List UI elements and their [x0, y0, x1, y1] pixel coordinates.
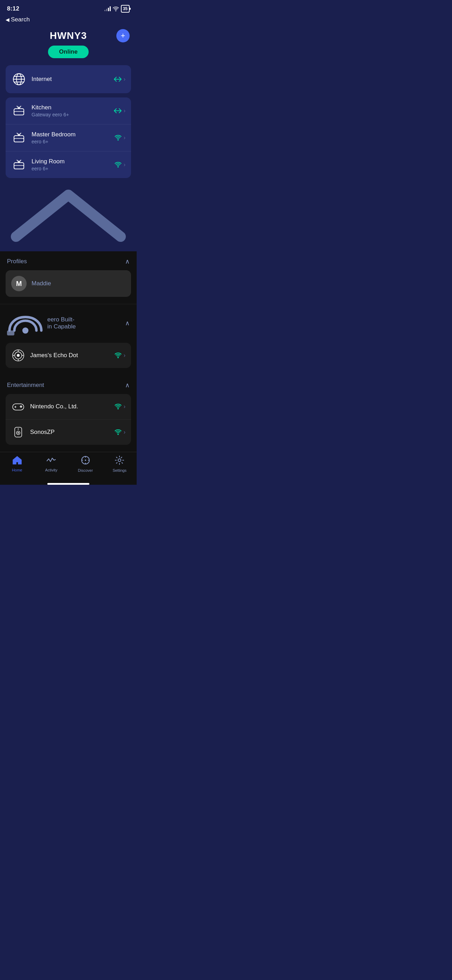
router-icon-kitchen	[11, 103, 27, 118]
discover-icon	[81, 456, 90, 467]
battery-level: 35	[123, 6, 127, 11]
home-indicator	[47, 483, 89, 485]
status-bar: 8:12 35	[0, 0, 137, 15]
master-bedroom-name: Master Bedroom	[32, 131, 76, 138]
settings-icon	[115, 456, 124, 467]
master-bedroom-left: Master Bedroom eero 6+	[11, 130, 76, 145]
tab-settings[interactable]: Settings	[103, 456, 137, 473]
svg-point-24	[17, 354, 20, 357]
echo-dot-right: ›	[115, 352, 126, 359]
add-icon: +	[121, 31, 126, 40]
collapse-indicator[interactable]	[6, 182, 131, 251]
dark-section: Profiles ∧ M Maddie eero Built-in Capabl…	[0, 251, 137, 485]
chevron-icon: ›	[124, 352, 126, 359]
svg-point-34	[21, 405, 22, 406]
profiles-section-header[interactable]: Profiles ∧	[0, 251, 137, 270]
kitchen-right: ›	[114, 108, 126, 114]
svg-point-35	[21, 407, 22, 407]
discover-tab-label: Discover	[78, 468, 93, 473]
settings-tab-label: Settings	[113, 468, 126, 473]
svg-point-42	[118, 459, 121, 461]
svg-rect-15	[14, 162, 24, 169]
kitchen-name: Kitchen	[32, 104, 69, 111]
internet-card-left: Internet	[11, 72, 52, 87]
sonos-left: SonosZP	[11, 425, 55, 439]
svg-point-41	[85, 460, 86, 461]
kitchen-left: Kitchen Gateway eero 6+	[11, 103, 69, 118]
echo-dot-name: James's Echo Dot	[30, 352, 78, 359]
status-time: 8:12	[7, 5, 19, 12]
header-section: HWNY3 +	[0, 27, 137, 44]
kitchen-subtitle: Gateway eero 6+	[32, 112, 69, 118]
entertainment-chevron-icon: ∧	[125, 381, 130, 389]
master-bedroom-subtitle: eero 6+	[32, 139, 76, 145]
tab-bar: Home Activity Discover	[0, 452, 137, 481]
nintendo-left: Nintendo Co., Ltd.	[11, 399, 78, 414]
signal-bars-icon	[104, 6, 111, 11]
living-room-right: ›	[115, 162, 126, 168]
wifi-icon-echo	[115, 353, 122, 358]
profiles-title: Profiles	[7, 258, 27, 265]
tab-discover[interactable]: Discover	[68, 456, 103, 473]
sonos-row[interactable]: SonosZP ›	[6, 420, 131, 445]
activity-tab-label: Activity	[45, 468, 57, 472]
svg-rect-16	[14, 165, 24, 169]
living-room-row[interactable]: Living Room eero 6+ ›	[6, 151, 131, 178]
home-tab-label: Home	[12, 468, 22, 472]
wifi-icon-nintendo	[115, 404, 122, 409]
back-arrow-icon: ◀	[6, 17, 10, 22]
chevron-icon: ›	[124, 108, 126, 114]
back-search-button[interactable]: ◀ Search	[0, 15, 137, 27]
master-bedroom-row[interactable]: Master Bedroom eero 6+ ›	[6, 124, 131, 151]
eero-routers-card: Kitchen Gateway eero 6+ ›	[6, 97, 131, 178]
nintendo-row[interactable]: Nintendo Co., Ltd. ›	[6, 394, 131, 420]
svg-rect-10	[14, 136, 24, 142]
battery-indicator: 35	[121, 5, 130, 13]
chevron-icon: ›	[124, 429, 126, 435]
entertainment-device-card: Nintendo Co., Ltd. ›	[6, 394, 131, 445]
svg-rect-6	[14, 111, 24, 115]
router-icon-living	[11, 157, 27, 172]
eero-builtin-icon	[7, 309, 44, 338]
svg-point-38	[18, 432, 19, 434]
svg-rect-5	[14, 109, 24, 115]
svg-rect-21	[7, 331, 14, 336]
wifi-icon-living	[115, 162, 122, 167]
living-room-subtitle: eero 6+	[32, 166, 65, 172]
chevron-right-icon: ›	[124, 76, 126, 83]
eero-builtin-section-header[interactable]: eero Built-in Capable ∧	[0, 304, 137, 343]
nintendo-right: ›	[115, 403, 126, 410]
network-title: HWNY3	[50, 30, 87, 41]
svg-rect-29	[13, 404, 24, 410]
router-icon-master	[11, 130, 27, 145]
tab-activity[interactable]: Activity	[34, 456, 69, 472]
internet-card-right: ›	[114, 76, 126, 83]
kitchen-row[interactable]: Kitchen Gateway eero 6+ ›	[6, 97, 131, 124]
add-button[interactable]: +	[116, 29, 130, 42]
echo-dot-left: James's Echo Dot	[11, 348, 78, 363]
cards-section: Internet ›	[0, 65, 137, 251]
chevron-icon: ›	[124, 162, 126, 168]
nintendo-name: Nintendo Co., Ltd.	[30, 403, 78, 410]
echo-dot-icon	[11, 348, 25, 363]
maddie-name: Maddie	[32, 280, 51, 287]
status-badge: Online	[0, 46, 137, 58]
internet-card[interactable]: Internet ›	[6, 65, 131, 93]
echo-dot-row[interactable]: James's Echo Dot ›	[6, 343, 131, 368]
svg-point-25	[18, 350, 19, 351]
eero-builtin-chevron-icon: ∧	[125, 319, 130, 327]
eero-builtin-title: eero Built-in Capable	[47, 316, 77, 330]
svg-point-27	[13, 355, 14, 356]
wifi-icon-master	[115, 135, 122, 140]
home-icon	[13, 456, 22, 466]
entertainment-section-header[interactable]: Entertainment ∧	[0, 375, 137, 394]
arrows-icon	[114, 77, 122, 82]
maddie-avatar: M	[11, 276, 27, 291]
tab-home[interactable]: Home	[0, 456, 34, 472]
globe-icon	[11, 72, 27, 87]
maddie-profile-card[interactable]: M Maddie	[6, 270, 131, 297]
svg-point-28	[22, 355, 24, 356]
online-status: Online	[48, 46, 89, 58]
master-bedroom-right: ›	[115, 135, 126, 141]
profiles-chevron-icon: ∧	[125, 258, 130, 265]
